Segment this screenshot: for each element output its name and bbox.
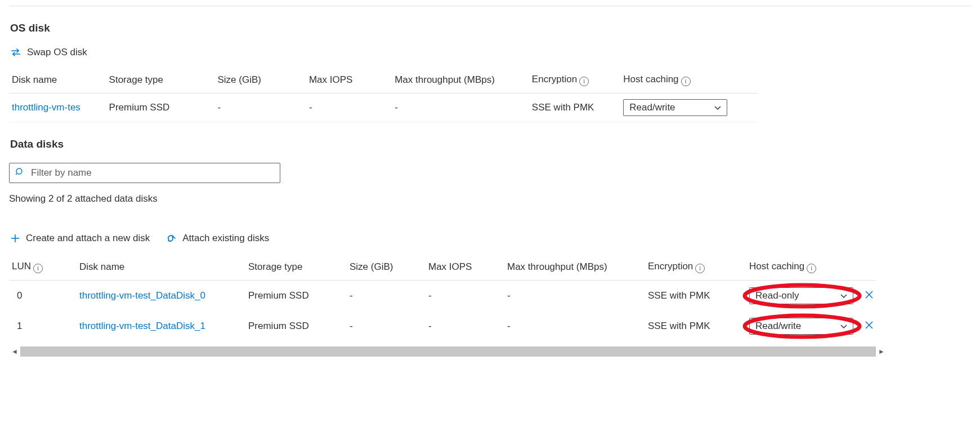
encryption-value: SSE with PMK xyxy=(645,311,746,341)
lun-value: 0 xyxy=(9,281,77,312)
data-disk-name-link[interactable]: throttling-vm-test_DataDisk_0 xyxy=(79,290,205,301)
col-encryption: Encryptioni xyxy=(529,69,620,94)
os-disk-table: Disk name Storage type Size (GiB) Max IO… xyxy=(9,69,758,122)
info-icon[interactable]: i xyxy=(33,264,43,273)
os-disk-max-tp: - xyxy=(392,94,529,122)
swap-icon xyxy=(10,47,21,57)
attach-existing-disks-button[interactable]: Attach existing disks xyxy=(165,233,269,244)
dropdown-value: Read/write xyxy=(629,102,675,113)
os-disk-encryption: SSE with PMK xyxy=(529,94,620,122)
detach-disk-button[interactable] xyxy=(862,288,876,303)
info-icon[interactable]: i xyxy=(807,264,816,273)
plus-icon xyxy=(10,233,20,243)
detach-disk-button[interactable] xyxy=(862,319,876,334)
col-disk-name: Disk name xyxy=(9,69,106,94)
attach-existing-label: Attach existing disks xyxy=(182,233,269,244)
os-disk-row: throttling-vm-tes Premium SSD - - - SSE … xyxy=(9,94,758,122)
info-icon[interactable]: i xyxy=(695,264,705,273)
col-host-caching: Host cachingi xyxy=(620,69,758,94)
filter-by-name-input-wrap[interactable] xyxy=(9,163,280,183)
storage-type-value: Premium SSD xyxy=(245,311,347,341)
filter-by-name-input[interactable] xyxy=(30,167,274,179)
lun-value: 1 xyxy=(9,311,77,341)
data-disk-row: 0 throttling-vm-test_DataDisk_0 Premium … xyxy=(9,281,876,312)
scroll-left-arrow[interactable]: ◄ xyxy=(9,346,20,357)
data-disk-name-link[interactable]: throttling-vm-test_DataDisk_1 xyxy=(79,321,205,331)
col-lun: LUNi xyxy=(9,256,77,281)
data-disk-row: 1 throttling-vm-test_DataDisk_1 Premium … xyxy=(9,311,876,341)
data-disks-table: LUNi Disk name Storage type Size (GiB) M… xyxy=(9,256,876,341)
storage-type-value: Premium SSD xyxy=(245,281,347,312)
swap-os-disk-button[interactable]: Swap OS disk xyxy=(10,47,87,58)
max-iops-value: - xyxy=(426,281,504,312)
col-host-caching: Host cachingi xyxy=(746,256,859,281)
os-disk-name-link[interactable]: throttling-vm-tes xyxy=(12,102,80,113)
data-disk-host-caching-select[interactable]: Read/write xyxy=(749,318,853,335)
col-max-iops: Max IOPS xyxy=(426,256,504,281)
chevron-down-icon xyxy=(840,321,847,332)
data-disks-heading: Data disks xyxy=(10,138,971,150)
os-disk-size: - xyxy=(214,94,306,122)
create-attach-new-disk-button[interactable]: Create and attach a new disk xyxy=(10,233,150,244)
data-disk-host-caching-select[interactable]: Read-only xyxy=(749,287,853,304)
dropdown-value: Read-only xyxy=(755,290,799,301)
top-divider xyxy=(9,6,971,6)
col-storage-type: Storage type xyxy=(245,256,347,281)
os-disk-storage-type: Premium SSD xyxy=(106,94,215,122)
col-disk-name: Disk name xyxy=(77,256,245,281)
os-disk-host-caching-select[interactable]: Read/write xyxy=(623,99,727,116)
chevron-down-icon xyxy=(840,290,847,301)
col-encryption: Encryptioni xyxy=(645,256,746,281)
max-tp-value: - xyxy=(504,311,645,341)
max-iops-value: - xyxy=(426,311,504,341)
scroll-right-arrow[interactable]: ► xyxy=(876,346,887,357)
data-disks-header-row: LUNi Disk name Storage type Size (GiB) M… xyxy=(9,256,876,281)
scrollbar-track[interactable] xyxy=(20,346,876,357)
col-storage-type: Storage type xyxy=(106,69,215,94)
size-value: - xyxy=(347,311,426,341)
info-icon[interactable]: i xyxy=(579,77,589,86)
encryption-value: SSE with PMK xyxy=(645,281,746,312)
col-max-tp: Max throughput (MBps) xyxy=(392,69,529,94)
create-attach-label: Create and attach a new disk xyxy=(26,233,150,244)
svg-point-0 xyxy=(16,168,22,174)
col-max-iops: Max IOPS xyxy=(306,69,392,94)
swap-os-disk-label: Swap OS disk xyxy=(27,47,87,58)
svg-line-1 xyxy=(16,174,17,175)
horizontal-scrollbar[interactable]: ◄ ► xyxy=(9,346,887,357)
os-disk-header-row: Disk name Storage type Size (GiB) Max IO… xyxy=(9,69,758,94)
size-value: - xyxy=(347,281,426,312)
max-tp-value: - xyxy=(504,281,645,312)
os-disk-heading: OS disk xyxy=(10,22,971,34)
info-icon[interactable]: i xyxy=(681,77,691,86)
dropdown-value: Read/write xyxy=(755,321,801,332)
os-disk-max-iops: - xyxy=(306,94,392,122)
attach-icon xyxy=(165,233,177,243)
search-icon xyxy=(15,167,24,179)
col-size: Size (GiB) xyxy=(214,69,306,94)
col-size: Size (GiB) xyxy=(347,256,426,281)
col-max-tp: Max throughput (MBps) xyxy=(504,256,645,281)
chevron-down-icon xyxy=(714,102,721,113)
data-disks-status: Showing 2 of 2 attached data disks xyxy=(9,193,971,205)
